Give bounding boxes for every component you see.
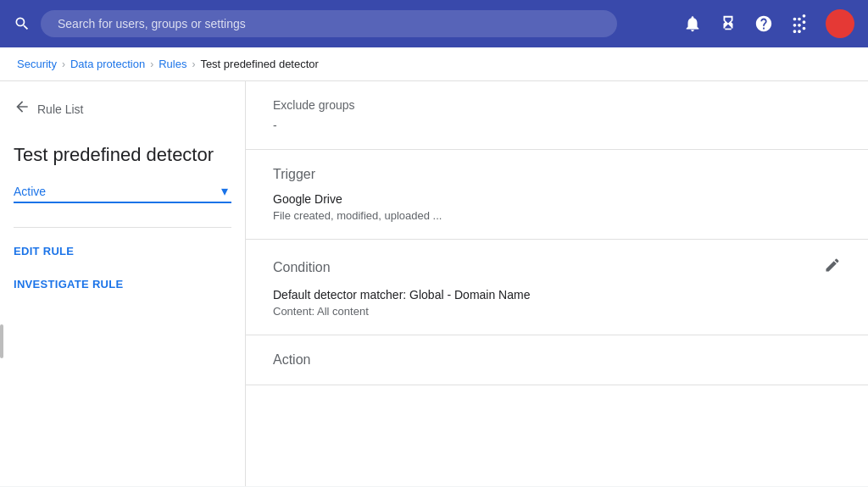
condition-main: Default detector matcher: Global - Domai… xyxy=(273,288,841,302)
rule-list-label: Rule List xyxy=(37,102,83,116)
edit-rule-link[interactable]: EDIT RULE xyxy=(14,238,231,264)
rule-title: Test predefined detector xyxy=(14,143,231,168)
exclude-groups-label: Exclude groups xyxy=(273,98,841,112)
breadcrumb-current: Test predefined detector xyxy=(200,58,318,70)
status-select[interactable]: Active Inactive xyxy=(14,185,231,198)
topbar xyxy=(0,0,868,47)
status-select-wrap: Active Inactive ▾ xyxy=(14,185,231,203)
content-area: Exclude groups - Trigger Google Drive Fi… xyxy=(246,81,868,486)
main-layout: Rule List Test predefined detector Activ… xyxy=(0,81,868,486)
apps-icon[interactable] xyxy=(790,14,809,33)
avatar[interactable] xyxy=(826,9,854,38)
investigate-rule-link[interactable]: INVESTIGATE RULE xyxy=(14,271,231,297)
condition-sub: Content: All content xyxy=(273,305,841,318)
action-section: Action xyxy=(246,335,868,385)
action-title: Action xyxy=(273,352,841,368)
exclude-groups-section: Exclude groups - xyxy=(246,81,868,150)
trigger-description: File created, modified, uploaded ... xyxy=(273,209,841,222)
notifications-icon[interactable] xyxy=(683,14,702,33)
breadcrumb: Security › Data protection › Rules › Tes… xyxy=(0,47,868,81)
trigger-title: Trigger xyxy=(273,167,841,182)
breadcrumb-sep-3: › xyxy=(192,58,195,70)
condition-title: Condition xyxy=(273,260,331,275)
breadcrumb-rules[interactable]: Rules xyxy=(159,58,186,70)
condition-section: Condition Default detector matcher: Glob… xyxy=(246,240,868,335)
condition-header: Condition xyxy=(273,257,841,278)
sidebar: Rule List Test predefined detector Activ… xyxy=(0,81,246,486)
search-icon xyxy=(14,15,31,32)
topbar-icons xyxy=(683,9,854,38)
search-input[interactable] xyxy=(41,10,617,37)
breadcrumb-sep-2: › xyxy=(150,58,153,70)
trigger-section: Trigger Google Drive File created, modif… xyxy=(246,150,868,240)
breadcrumb-data-protection[interactable]: Data protection xyxy=(70,58,145,70)
breadcrumb-sep-1: › xyxy=(62,58,65,70)
hourglass-icon[interactable] xyxy=(719,14,737,33)
back-icon xyxy=(14,98,31,119)
scrollbar-indicator xyxy=(0,324,3,358)
help-icon[interactable] xyxy=(754,14,773,33)
exclude-groups-value: - xyxy=(273,119,841,132)
sidebar-divider xyxy=(14,227,231,228)
trigger-service: Google Drive xyxy=(273,192,841,206)
condition-edit-icon[interactable] xyxy=(824,257,841,278)
breadcrumb-security[interactable]: Security xyxy=(17,58,57,70)
rule-list-back[interactable]: Rule List xyxy=(14,95,231,123)
